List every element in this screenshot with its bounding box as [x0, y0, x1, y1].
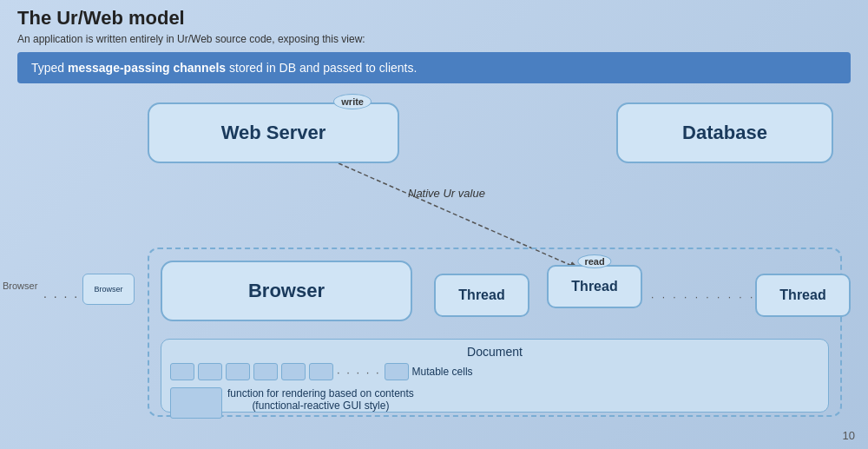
cell-4: [253, 363, 278, 380]
browser-main-label: Browser: [248, 280, 325, 302]
write-badge: write: [333, 94, 372, 109]
thread1-label: Thread: [458, 287, 504, 303]
mutable-label: Mutable cells: [412, 366, 473, 378]
thread3-box: Thread: [755, 274, 851, 317]
cell-tall: [170, 387, 222, 419]
database-label: Database: [682, 122, 767, 144]
dots-middle: · · · · · · · · · ·: [651, 291, 755, 303]
cell-3: [226, 363, 250, 380]
slide: The Ur/Web model An application is writt…: [0, 0, 868, 449]
document-label: Document: [170, 345, 819, 359]
slide-title: The Ur/Web model: [17, 7, 185, 30]
browser-main-box: Browser: [161, 261, 412, 321]
read-badge: read: [577, 254, 611, 268]
cells-dots: · · · · ·: [337, 366, 381, 379]
function-sub-label: (functional-reactive GUI style): [227, 399, 414, 412]
thread3-label: Thread: [779, 287, 825, 303]
thread2-label: Thread: [571, 279, 617, 294]
browser-small-box: Browser: [82, 274, 135, 305]
highlight-suffix: stored in DB and passed to clients.: [226, 61, 417, 75]
web-server-label: Web Server: [221, 122, 326, 144]
slide-subtitle: An application is written entirely in Ur…: [17, 33, 365, 45]
function-label: function for rendering based on contents: [227, 387, 414, 399]
web-server-box: Web Server write: [148, 102, 399, 163]
browser-outer-label: Browser: [3, 281, 37, 291]
highlight-bold: message-passing channels: [68, 61, 226, 75]
cells-row-top: · · · · · Mutable cells: [170, 363, 473, 380]
cell-2: [198, 363, 222, 380]
cell-1: [170, 363, 194, 380]
cell-5: [281, 363, 306, 380]
highlight-prefix: Typed: [31, 61, 68, 75]
cell-7: [385, 363, 409, 380]
thread1-box: Thread: [434, 274, 529, 317]
highlight-bar: Typed message-passing channels stored in…: [17, 52, 851, 83]
page-number: 10: [843, 429, 855, 442]
browser-small-label: Browser: [94, 285, 122, 294]
document-area: Document · · · · · Mutable cells: [161, 339, 829, 413]
thread2-box: read Thread: [547, 265, 642, 308]
database-box: Database: [616, 102, 833, 163]
native-label: Native Ur value: [408, 187, 485, 200]
cell-6: [309, 363, 333, 380]
